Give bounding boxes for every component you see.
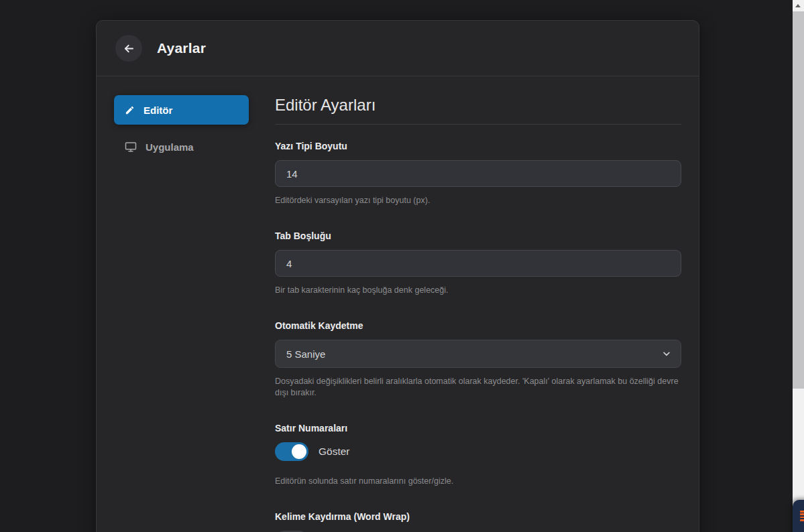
field-help: Editörün solunda satır numaralarını göst… (275, 476, 680, 487)
line-numbers-toggle[interactable] (275, 442, 308, 461)
toggle-knob (292, 444, 306, 459)
field-label: Otomatik Kaydetme (275, 320, 681, 331)
field-help: Dosyadaki değişiklikleri belirli aralıkl… (275, 376, 680, 399)
field-tab-size: Tab Boşluğu Bir tab karakterinin kaç boş… (275, 230, 681, 296)
chevron-down-icon (662, 349, 671, 358)
card-header: Ayarlar (97, 21, 699, 76)
field-label: Yazı Tipi Boyutu (275, 141, 681, 151)
field-font-size: Yazı Tipi Boyutu Editördeki varsayılan y… (275, 141, 681, 206)
card-body: Editör Uygulama Editör Ayarları Yazı Tip… (97, 76, 699, 532)
toggle-state-label: Göster (319, 446, 350, 458)
scroll-up-arrow-icon[interactable] (795, 4, 801, 7)
field-help: Editördeki varsayılan yazı tipi boyutu (… (275, 195, 680, 206)
pencil-icon (125, 105, 135, 115)
field-line-numbers: Satır Numaraları Göster Editörün solunda… (275, 423, 681, 487)
section-heading: Editör Ayarları (275, 95, 681, 115)
field-help: Bir tab karakterinin kaç boşluğa denk ge… (275, 285, 680, 296)
monitor-icon (125, 141, 137, 153)
sidebar-item-label: Editör (143, 105, 172, 116)
field-autosave: Otomatik Kaydetme 5 Saniye Dosyadaki değ… (275, 320, 681, 399)
settings-card: Ayarlar Editör Uygulama (96, 20, 699, 532)
field-label: Kelime Kaydırma (Word Wrap) (275, 511, 681, 522)
field-label: Satır Numaraları (275, 423, 681, 434)
sidebar-item-uygulama[interactable]: Uygulama (114, 135, 249, 159)
field-label: Tab Boşluğu (275, 230, 681, 241)
vertical-scrollbar[interactable] (793, 0, 804, 532)
list-bars-icon (800, 511, 804, 521)
back-button[interactable] (115, 35, 142, 62)
scrollbar-thumb[interactable] (793, 11, 804, 389)
field-word-wrap: Kelime Kaydırma (Word Wrap) Aktif (275, 511, 681, 532)
sidebar: Editör Uygulama (114, 95, 249, 532)
line-numbers-toggle-row: Göster (275, 442, 681, 461)
autosave-select[interactable]: 5 Saniye (275, 340, 681, 368)
page-title: Ayarlar (157, 40, 206, 56)
floating-widget-button[interactable] (793, 500, 804, 532)
settings-content: Editör Ayarları Yazı Tipi Boyutu Editörd… (275, 95, 681, 532)
autosave-selected-value: 5 Saniye (286, 348, 325, 360)
font-size-input[interactable] (275, 160, 681, 187)
tab-size-input[interactable] (275, 250, 681, 277)
sidebar-item-label: Uygulama (146, 141, 194, 153)
heading-divider (275, 124, 681, 125)
sidebar-item-editor[interactable]: Editör (114, 95, 249, 125)
arrow-left-icon (123, 42, 135, 55)
